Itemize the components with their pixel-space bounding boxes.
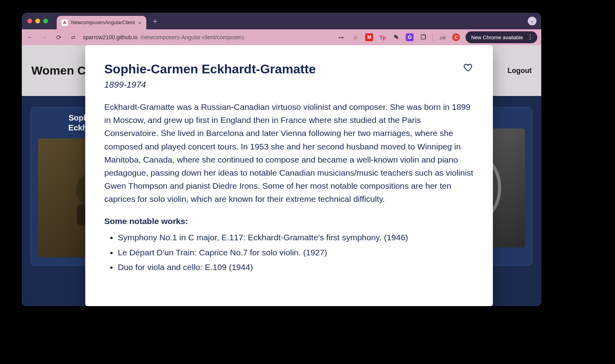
list-item: Le Départ D'un Train: Caprice No.7 for s… (118, 246, 474, 259)
extension-tp-icon[interactable]: Tp (379, 33, 387, 41)
browser-window: A NewcomposersAngularClient × ＋ ⌄ ← → ⟳ … (22, 13, 541, 306)
window-close-button[interactable] (27, 19, 32, 23)
heart-icon (464, 63, 473, 72)
browser-toolbar: ← → ⟳ ⇄ sparrow2100.github.io/newcompose… (22, 29, 541, 45)
extension-pen-icon[interactable]: ✎ (392, 33, 400, 41)
tab-strip: A NewcomposersAngularClient × ＋ ⌄ (22, 13, 541, 29)
list-item: Symphony No.1 in C major, E.117: Eckhard… (118, 231, 474, 244)
list-item: Duo for viola and cello: E.109 (1944) (118, 261, 474, 274)
address-bar[interactable]: sparrow2100.github.io/newcomposers-Angul… (83, 34, 244, 40)
url-host: sparrow2100.github.io (83, 34, 138, 40)
password-key-icon[interactable]: ⊶ (337, 33, 345, 42)
url-path: /newcomposers-Angular-client/composers (141, 34, 244, 40)
composer-lifespan: 1899-1974 (104, 80, 316, 90)
composer-name-heading: Sophie-Carmen Eckhardt-Gramatte (104, 62, 316, 77)
window-controls (27, 19, 48, 23)
window-minimize-button[interactable] (35, 19, 40, 23)
chrome-update-pill[interactable]: New Chrome available ⋮ (466, 31, 537, 43)
notable-works-heading: Some notable works: (104, 216, 474, 226)
profile-initial: C (454, 35, 458, 40)
forward-button[interactable]: → (40, 33, 49, 42)
side-panel-icon[interactable]: ♪≡ (439, 33, 446, 41)
chevron-down-icon[interactable]: ⌄ (528, 17, 536, 25)
site-info-icon[interactable]: ⇄ (69, 33, 77, 42)
new-tab-button[interactable]: ＋ (149, 15, 161, 27)
profile-avatar[interactable]: C (452, 33, 460, 41)
angular-favicon-icon: A (61, 19, 68, 26)
notable-works-list: Symphony No.1 in C major, E.117: Eckhard… (104, 231, 474, 274)
composer-bio: Eckhardt-Gramatte was a Russian-Canadian… (104, 100, 474, 205)
bookmark-star-icon[interactable]: ☆ (351, 33, 360, 42)
extension-mendeley-icon[interactable]: M (365, 33, 373, 41)
chrome-update-label: New Chrome available (471, 34, 523, 40)
tabstrip-overflow: ⌄ (528, 17, 536, 25)
favorite-button[interactable] (463, 62, 474, 73)
window-zoom-button[interactable] (43, 19, 48, 23)
browser-tab[interactable]: A NewcomposersAngularClient × (57, 16, 146, 29)
tab-title: NewcomposersAngularClient (71, 20, 135, 25)
site-title: Women Co (31, 64, 93, 77)
tab-close-button[interactable]: × (138, 19, 142, 26)
page-viewport: Women Co rofile Logout Sophie-Car Eckhar… (22, 45, 541, 306)
extensions-menu-icon[interactable]: ❐ (419, 33, 427, 41)
modal-header: Sophie-Carmen Eckhardt-Gramatte 1899-197… (104, 62, 474, 90)
toolbar-divider (433, 33, 433, 41)
nav-logout-link[interactable]: Logout (508, 67, 532, 75)
back-button[interactable]: ← (26, 33, 34, 42)
reload-button[interactable]: ⟳ (54, 33, 63, 42)
extension-grammarly-icon[interactable]: G (406, 33, 414, 41)
composer-detail-modal: Sophie-Carmen Eckhardt-Gramatte 1899-197… (85, 45, 493, 306)
